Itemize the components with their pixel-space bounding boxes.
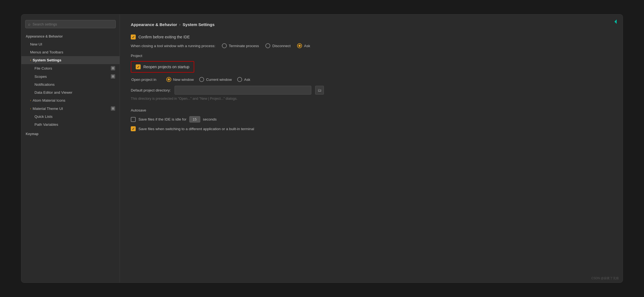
back-arrow-button[interactable] xyxy=(613,19,618,26)
radio-new-window-circle[interactable] xyxy=(166,77,171,82)
radio-disconnect-circle[interactable] xyxy=(265,43,270,48)
sidebar-item-material-theme[interactable]: › Material Theme UI xyxy=(21,104,120,113)
sidebar-item-quick-lists[interactable]: Quick Lists xyxy=(21,113,120,121)
breadcrumb-separator: › xyxy=(179,22,180,27)
sidebar-item-file-colors[interactable]: File Colors xyxy=(21,64,120,72)
reopen-projects-box[interactable]: ✓ Reopen projects on startup xyxy=(131,61,194,73)
sidebar-item-label: System Settings xyxy=(33,58,61,62)
radio-ask-project-label: Ask xyxy=(244,78,250,82)
watermark: CSDN @寂夜了无痕 xyxy=(591,276,619,280)
reopen-label: Reopen projects on startup xyxy=(143,65,189,69)
sidebar-item-label: Atom Material Icons xyxy=(33,98,65,102)
radio-ask-project[interactable]: Ask xyxy=(237,77,250,82)
directory-row: Default project directory: 🗂 xyxy=(131,86,612,95)
sidebar-item-label: File Colors xyxy=(34,66,52,70)
sidebar-item-label: New UI xyxy=(30,42,42,46)
directory-hint: This directory is preselected in "Open..… xyxy=(131,97,612,101)
directory-label: Default project directory: xyxy=(131,88,171,92)
idle-suffix: seconds xyxy=(203,117,217,121)
idle-row: Save files if the IDE is idle for second… xyxy=(131,116,612,122)
sidebar-item-data-editor[interactable]: Data Editor and Viewer xyxy=(21,88,120,96)
directory-input[interactable] xyxy=(175,86,311,95)
sidebar-item-new-ui[interactable]: New UI xyxy=(21,40,120,48)
svg-rect-0 xyxy=(112,67,114,69)
breadcrumb-part2: System Settings xyxy=(183,22,215,27)
radio-disconnect[interactable]: Disconnect xyxy=(265,43,291,48)
closing-tool-row: When closing a tool window with a runnin… xyxy=(131,43,612,48)
svg-rect-2 xyxy=(112,107,114,110)
radio-terminate[interactable]: Terminate process xyxy=(222,43,259,48)
folder-icon: 🗂 xyxy=(318,88,321,92)
radio-terminate-circle[interactable] xyxy=(222,43,227,48)
confirm-exit-label: Confirm before exiting the IDE xyxy=(138,35,190,39)
sidebar-item-label: Menus and Toolbars xyxy=(30,50,63,54)
sidebar-item-label: Data Editor and Viewer xyxy=(34,90,72,95)
idle-checkbox[interactable] xyxy=(131,117,136,122)
svg-marker-3 xyxy=(614,19,617,24)
switching-label: Save files when switching to a different… xyxy=(138,127,254,131)
checkmark-icon: ✓ xyxy=(132,35,135,39)
switching-row[interactable]: ✓ Save files when switching to a differe… xyxy=(131,126,612,131)
confirm-exit-checkbox[interactable]: ✓ xyxy=(131,35,136,39)
sidebar-item-system-settings[interactable]: › System Settings xyxy=(21,56,120,64)
sidebar-item-label: Quick Lists xyxy=(34,115,53,119)
sidebar-item-appearance-behavior[interactable]: Appearance & Behavior xyxy=(21,33,120,40)
chevron-icon-atom: › xyxy=(30,99,31,102)
search-bar[interactable]: ⌕ xyxy=(25,20,116,28)
sidebar-item-label: Scopes xyxy=(34,75,47,79)
radio-ask-closing[interactable]: Ask xyxy=(297,43,310,48)
autosave-label: Autosave xyxy=(131,108,612,112)
sidebar-item-label: Appearance & Behavior xyxy=(26,35,63,38)
sidebar-item-keymap[interactable]: Keymap xyxy=(21,130,120,138)
breadcrumb-part1: Appearance & Behavior xyxy=(131,22,177,27)
closing-tool-label: When closing a tool window with a runnin… xyxy=(131,44,215,48)
radio-current-window-label: Current window xyxy=(206,78,232,82)
autosave-section: Autosave Save files if the IDE is idle f… xyxy=(131,108,612,131)
radio-ask-circle[interactable] xyxy=(297,43,302,48)
reopen-checkmark-icon: ✓ xyxy=(137,65,140,69)
sidebar-item-path-variables[interactable]: Path Variables xyxy=(21,121,120,128)
when-closing-section: When closing a tool window with a runnin… xyxy=(131,43,612,48)
radio-current-window[interactable]: Current window xyxy=(199,77,232,82)
chevron-icon: › xyxy=(30,59,31,62)
idle-seconds-input[interactable] xyxy=(189,116,200,122)
radio-new-window[interactable]: New window xyxy=(166,77,194,82)
sidebar-item-label: Material Theme UI xyxy=(33,107,63,111)
chevron-icon-material: › xyxy=(30,107,31,110)
open-project-in-label: Open project in xyxy=(131,78,156,82)
search-icon: ⌕ xyxy=(28,22,30,26)
sidebar-item-atom-material[interactable]: › Atom Material Icons xyxy=(21,96,120,104)
search-input[interactable] xyxy=(33,22,113,26)
project-section-label: Project xyxy=(131,54,612,58)
switching-checkbox[interactable]: ✓ xyxy=(131,126,136,131)
radio-current-window-circle[interactable] xyxy=(199,77,204,82)
radio-new-window-label: New window xyxy=(173,78,194,82)
sidebar-badge-scopes xyxy=(111,74,115,79)
sidebar-item-label: Path Variables xyxy=(34,122,58,127)
reopen-checkbox[interactable]: ✓ xyxy=(136,64,141,69)
sidebar-badge-material xyxy=(111,106,115,111)
sidebar-badge xyxy=(111,66,115,70)
sidebar-item-label: Keymap xyxy=(26,132,39,136)
project-section: Project ✓ Reopen projects on startup Ope… xyxy=(131,54,612,101)
folder-browse-button[interactable]: 🗂 xyxy=(315,86,324,95)
svg-rect-1 xyxy=(112,75,114,78)
idle-prefix: Save files if the IDE is idle for xyxy=(138,117,187,121)
sidebar-item-notifications[interactable]: Notifications xyxy=(21,81,120,88)
radio-terminate-label: Terminate process xyxy=(229,44,259,48)
sidebar-item-label: Notifications xyxy=(34,82,55,87)
radio-ask-project-circle[interactable] xyxy=(237,77,242,82)
switching-checkmark-icon: ✓ xyxy=(132,127,135,131)
sidebar-item-menus-toolbars[interactable]: Menus and Toolbars xyxy=(21,48,120,56)
confirm-exit-row[interactable]: ✓ Confirm before exiting the IDE xyxy=(131,35,612,39)
open-project-in-group: Open project in New window Current windo… xyxy=(131,77,612,82)
breadcrumb: Appearance & Behavior › System Settings xyxy=(131,22,612,27)
sidebar: ⌕ Appearance & Behavior New UI Menus and… xyxy=(21,15,120,282)
settings-dialog: ⌕ Appearance & Behavior New UI Menus and… xyxy=(21,14,623,283)
main-content: Appearance & Behavior › System Settings … xyxy=(120,15,623,282)
radio-ask-label: Ask xyxy=(304,44,310,48)
radio-disconnect-label: Disconnect xyxy=(272,44,291,48)
sidebar-item-scopes[interactable]: Scopes xyxy=(21,72,120,81)
